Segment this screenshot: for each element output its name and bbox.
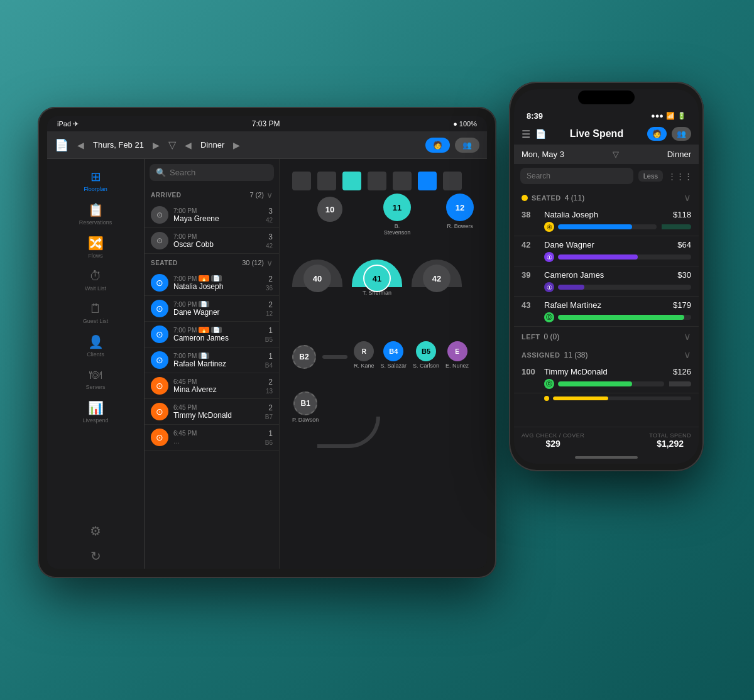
table-enunez-group[interactable]: E E. Nunez: [445, 341, 469, 369]
table-rkane-group[interactable]: R R. Kane: [354, 341, 374, 369]
nav-doc-icon[interactable]: 📄: [55, 138, 68, 152]
search-input[interactable]: [170, 168, 275, 177]
res-time-mina: 6:45 PM: [173, 378, 261, 385]
phone-nav: ☰ 📄 Live Spend 🧑 👥: [514, 124, 699, 145]
res-name-maya: Maya Greene: [173, 214, 261, 223]
doc-tag-rafael: 📄: [199, 353, 209, 359]
sidebar-item-livespend[interactable]: 📊 Livespend: [47, 395, 144, 429]
reservation-oscar-cobb[interactable]: ⊙ 7:00 PM Oscar Cobb 3 42: [145, 228, 279, 254]
menu-icon[interactable]: ☰: [522, 128, 530, 140]
sidebar-item-servers[interactable]: 🍽 Servers: [47, 363, 144, 395]
sidebar-item-waitlist[interactable]: ⏱ Wait List: [47, 264, 144, 297]
avg-track: [553, 396, 691, 400]
res-icon-timmy: ⊙: [151, 403, 168, 420]
sidebar-item-guestlist[interactable]: 🗒 Guest List: [47, 297, 144, 329]
table-b2-group[interactable]: B2: [292, 345, 316, 369]
phone-filter-icon[interactable]: ▽: [613, 150, 619, 159]
assigned-chevron[interactable]: ∨: [684, 349, 691, 361]
reservation-cameron[interactable]: ⊙ 7:00 PM 🔥 📄 Cameron James 1 B5: [145, 322, 279, 347]
assigned-header-left: ASSIGNED 11 (38): [522, 351, 588, 359]
nav-prev-arrow[interactable]: ◀: [74, 138, 88, 153]
seated-chevron[interactable]: ∨: [266, 258, 273, 268]
phone-btn-2[interactable]: 👥: [672, 127, 691, 141]
nav-service-next[interactable]: ▶: [229, 138, 244, 153]
seated-chevron[interactable]: ∨: [684, 192, 691, 204]
rafael-info: 43 Rafael Martinez: [522, 300, 601, 310]
nav-service-prev[interactable]: ◀: [181, 138, 195, 153]
table-more: B6: [265, 439, 273, 446]
ipad-nav-left: 📄 ◀ Thurs, Feb 21 ▶ ▽ ◀ Dinner ▶: [55, 138, 244, 153]
phone-filter-sliders-icon[interactable]: ⋮⋮⋮: [668, 172, 692, 181]
res-table-oscar: 42: [266, 243, 273, 249]
reservation-dane[interactable]: ⊙ 7:00 PM 📄 Dane Wagner 2 12: [145, 296, 279, 322]
nav-btn-2[interactable]: 👥: [455, 138, 479, 153]
table-timmy: B7: [265, 413, 273, 420]
table-rkane-name: R. Kane: [354, 363, 374, 369]
sidebar-item-floorplan[interactable]: ⊞ Floorplan: [47, 164, 144, 197]
nav-service: Dinner: [200, 140, 224, 150]
phone-date: Mon, May 3: [522, 150, 564, 159]
table-b5-group[interactable]: B5 S. Carlson: [413, 341, 439, 369]
table-b1-group[interactable]: B1 P. Dawson: [292, 391, 319, 423]
reservation-mina[interactable]: ⊙ 6:45 PM Mina Alverez 2 13: [145, 373, 279, 399]
arrived-chevron[interactable]: ∨: [266, 190, 273, 200]
rafael-top: 43 Rafael Martinez $179: [522, 300, 691, 310]
dane-progress-track: [558, 254, 691, 260]
phone-assigned-title: ASSIGNED: [522, 351, 560, 359]
natalia-top: 38 Natalia Joseph $118: [522, 210, 691, 219]
home-indicator: [514, 451, 699, 464]
nav-btn-1[interactable]: 🧑: [425, 138, 450, 153]
table-11-group[interactable]: 11 B.Stevenson: [383, 194, 411, 236]
search-bar[interactable]: 🔍 ⋮⋮⋮: [150, 164, 274, 181]
timmy-name: Timmy McDonald: [544, 367, 608, 376]
dane-name: Dane Wagner: [544, 240, 594, 249]
sidebar-item-refresh[interactable]: ↻: [47, 544, 144, 569]
sidebar-item-reservations[interactable]: 📋 Reservations: [47, 197, 144, 231]
phone-guest-timmy-assigned[interactable]: 100 Timmy McDonald $126 ⓪: [514, 363, 699, 393]
res-time-dane: 7:00 PM: [173, 301, 197, 308]
phone-search-input[interactable]: [520, 168, 633, 184]
table-b4-group[interactable]: B4 S. Salazar: [381, 341, 407, 369]
res-info-oscar: 7:00 PM Oscar Cobb: [173, 233, 261, 249]
booth-42-group[interactable]: 42: [412, 260, 462, 296]
res-time-maya: 7:00 PM: [173, 207, 261, 214]
res-icon-more: ⊙: [151, 429, 168, 446]
phone-guest-cameron[interactable]: 39 Cameron James $30 ①: [514, 266, 699, 297]
sidebar-item-settings[interactable]: ⚙: [47, 518, 144, 544]
phone-guest-rafael[interactable]: 43 Rafael Martinez $179 ⓪: [514, 297, 699, 327]
left-chevron[interactable]: ∨: [684, 331, 691, 342]
reservation-timmy[interactable]: ⊙ 6:45 PM Timmy McDonald 2 B7: [145, 399, 279, 425]
reservation-natalia[interactable]: ⊙ 7:00 PM 🔥 📄 Natalia Joseph 2 36: [145, 270, 279, 296]
reservation-more[interactable]: ⊙ 6:45 PM ... 1 B6: [145, 425, 279, 451]
chair-sq-6: [418, 172, 437, 190]
party-cameron: 1: [268, 326, 273, 335]
phone-guest-dane[interactable]: 42 Dane Wagner $64 ①: [514, 236, 699, 266]
table-40-circle: 40: [303, 265, 331, 292]
sidebar-item-clients[interactable]: 👤 Clients: [47, 329, 144, 363]
nav-next-arrow[interactable]: ▶: [149, 138, 163, 153]
sidebar-item-flows[interactable]: 🔀 Flows: [47, 231, 144, 264]
natalia-time-row: 7:00 PM 🔥 📄: [173, 275, 261, 282]
dane-progress-fill: [558, 254, 638, 260]
nav-filter-icon[interactable]: ▽: [168, 139, 176, 151]
nav-date: Thurs, Feb 21: [93, 140, 144, 150]
phone-btn-1[interactable]: 🧑: [647, 127, 667, 141]
res-time-cameron: 7:00 PM: [173, 327, 197, 334]
table-10-group[interactable]: 10: [317, 197, 342, 222]
res-info-more: 6:45 PM ...: [173, 430, 260, 446]
booth-41-group[interactable]: 41 T. Sherman: [352, 260, 402, 296]
table-12-group[interactable]: 12 R. Bowers: [446, 194, 474, 229]
cameron-progress-row: ①: [522, 282, 691, 292]
phone-guest-natalia[interactable]: 38 Natalia Joseph $118 ④: [514, 206, 699, 236]
reservation-rafael[interactable]: ⊙ 7:00 PM 📄 Rafael Martinez 1 B4: [145, 347, 279, 373]
phone-left-header: LEFT 0 (0) ∨: [514, 327, 699, 345]
table-enunez-name: E. Nunez: [445, 363, 469, 369]
floorplan-area[interactable]: 10 11 B.Stevenson 12 R. Bowers: [280, 159, 487, 569]
rafael-time-row: 7:00 PM 📄: [173, 353, 260, 359]
booth-40-group[interactable]: 40: [292, 260, 342, 296]
rafael-progress-fill: [558, 315, 684, 320]
ipad-battery: ● 100%: [453, 120, 477, 128]
wifi-icon: 📶: [666, 112, 675, 120]
reservation-maya-greene[interactable]: ⊙ 7:00 PM Maya Greene 3 42: [145, 202, 279, 228]
less-button[interactable]: Less: [638, 170, 663, 182]
